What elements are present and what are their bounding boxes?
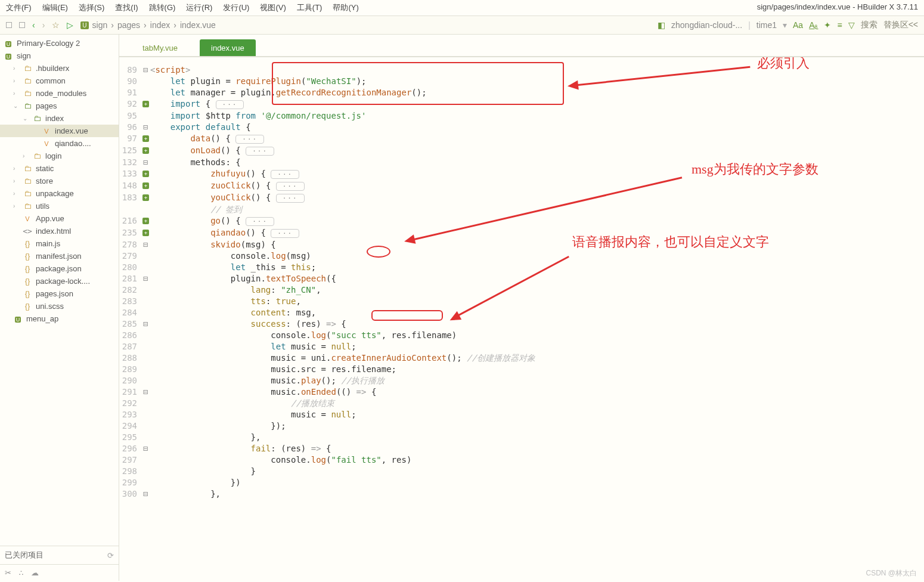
code-area[interactable]: 必须引入 msg为我传的文字参数 语音播报内容，也可以自定义文字 89⊟<scr… bbox=[119, 57, 924, 581]
cut-icon[interactable]: ✂ bbox=[5, 568, 11, 577]
code-line[interactable]: 295 }, bbox=[119, 432, 924, 443]
code-line[interactable]: 89⊟<script> bbox=[119, 64, 924, 76]
box2-icon[interactable] bbox=[19, 20, 25, 30]
tree-item[interactable]: ›🗀static bbox=[0, 162, 119, 175]
tree-item[interactable]: ›🗀unpackage bbox=[0, 187, 119, 200]
font-ab-icon[interactable]: Aᵦ bbox=[809, 20, 818, 30]
code-line[interactable]: 148+ zuoClick() { ··· bbox=[119, 180, 924, 192]
code-line[interactable]: 132⊟ methods: { bbox=[119, 157, 924, 168]
fold-collapse-icon[interactable]: ⊟ bbox=[141, 239, 150, 250]
menu-item[interactable]: 编辑(E) bbox=[42, 2, 68, 13]
menu-item[interactable]: 跳转(G) bbox=[149, 2, 176, 13]
code-line[interactable]: 296⊟ fail: (res) => { bbox=[119, 443, 924, 454]
code-line[interactable]: 297 console.log("fail tts", res) bbox=[119, 454, 924, 466]
code-line[interactable]: 291⊟ music.onEnded(() => { bbox=[119, 386, 924, 398]
tree-item[interactable]: {}package.json bbox=[0, 262, 119, 275]
fold-collapse-icon[interactable]: ⊟ bbox=[141, 443, 150, 454]
code-line[interactable]: 216+ go() { ··· bbox=[119, 215, 924, 227]
code-line[interactable]: 290 music.play(); //执行播放 bbox=[119, 375, 924, 386]
nav-back-icon[interactable]: ‹ bbox=[32, 20, 35, 30]
fold-collapse-icon[interactable]: ⊟ bbox=[141, 386, 150, 398]
code-line[interactable]: 96⊟ export default { bbox=[119, 122, 924, 133]
menu-item[interactable]: 运行(R) bbox=[186, 2, 212, 13]
tree-item[interactable]: Vqiandao.... bbox=[0, 137, 119, 150]
tree-item[interactable]: ›🗀utils bbox=[0, 200, 119, 212]
menu-item[interactable]: 工具(T) bbox=[297, 2, 323, 13]
project-root[interactable]: UPrimary-Ecology 2 bbox=[0, 37, 119, 49]
tree-item[interactable]: ⌄🗀pages bbox=[0, 100, 119, 112]
menu-item[interactable]: 查找(I) bbox=[115, 2, 138, 13]
tree-item[interactable]: {}uni.scss bbox=[0, 300, 119, 312]
filter-icon[interactable]: ▽ bbox=[848, 20, 855, 30]
menu-item[interactable]: 选择(S) bbox=[79, 2, 104, 13]
code-line[interactable]: 286 console.log("succ tts", res.filename… bbox=[119, 330, 924, 341]
code-line[interactable]: 133+ zhufuyu() { ··· bbox=[119, 168, 924, 180]
menu-item[interactable]: 文件(F) bbox=[6, 2, 32, 13]
code-line[interactable]: 288 music = uni.createInnerAudioContext(… bbox=[119, 352, 924, 364]
star-icon[interactable]: ☆ bbox=[52, 20, 60, 30]
code-line[interactable]: 92+ import { ··· bbox=[119, 98, 924, 110]
fold-expand-icon[interactable]: + bbox=[142, 230, 149, 236]
code-line[interactable]: 97+ data() { ··· bbox=[119, 133, 924, 145]
code-line[interactable]: 279 console.log(msg) bbox=[119, 250, 924, 262]
code-line[interactable]: 91 let manager = plugin.getRecordRecogni… bbox=[119, 87, 924, 98]
time-label[interactable]: time1 bbox=[756, 20, 777, 30]
tree-item[interactable]: {}package-lock.... bbox=[0, 275, 119, 287]
file-tree[interactable]: UPrimary-Ecology 2Usign›🗀.hbuilderx›🗀com… bbox=[0, 37, 119, 546]
code-line[interactable]: 289 music.src = res.filename; bbox=[119, 364, 924, 375]
fold-collapse-icon[interactable]: ⊟ bbox=[141, 488, 150, 500]
fold-expand-icon[interactable]: + bbox=[142, 101, 149, 107]
fold-collapse-icon[interactable]: ⊟ bbox=[141, 273, 150, 284]
list-icon[interactable]: ≡ bbox=[837, 20, 842, 30]
tree-item[interactable]: ›🗀node_modules bbox=[0, 87, 119, 100]
cloud-icon[interactable]: ◧ bbox=[658, 20, 665, 30]
code-line[interactable]: 95 import $http from '@/common/request.j… bbox=[119, 110, 924, 122]
code-line[interactable]: 299 }) bbox=[119, 477, 924, 488]
fold-expand-icon[interactable]: + bbox=[142, 147, 149, 154]
code-line[interactable]: 292 //播放结束 bbox=[119, 398, 924, 409]
code-line[interactable]: 287 let music = null; bbox=[119, 341, 924, 352]
code-line[interactable]: 281⊟ plugin.textToSpeech({ bbox=[119, 273, 924, 284]
run-config[interactable]: zhongdian-cloud-... bbox=[671, 20, 742, 30]
tree-item[interactable]: ›🗀login bbox=[0, 150, 119, 162]
font-aa-icon[interactable]: Aa bbox=[793, 20, 803, 30]
fold-expand-icon[interactable]: + bbox=[142, 171, 149, 177]
tree-item[interactable]: ⌄🗀index bbox=[0, 112, 119, 125]
code-line[interactable]: 284 content: msg, bbox=[119, 307, 924, 318]
fold-collapse-icon[interactable]: ⊟ bbox=[141, 122, 150, 133]
code-line[interactable]: 298 } bbox=[119, 466, 924, 477]
tree-item[interactable]: <>index.html bbox=[0, 225, 119, 237]
code-line[interactable]: 280 let _this = this; bbox=[119, 262, 924, 273]
users-icon[interactable]: ⛬ bbox=[17, 568, 25, 577]
menu-item[interactable]: 视图(V) bbox=[260, 2, 286, 13]
search-label[interactable]: 搜索 bbox=[861, 20, 878, 30]
editor-tab[interactable]: index.vue bbox=[200, 39, 256, 56]
tree-item[interactable]: {}pages.json bbox=[0, 287, 119, 300]
fold-collapse-icon[interactable]: ⊟ bbox=[141, 157, 150, 168]
code-line[interactable]: 282 lang: "zh_CN", bbox=[119, 284, 924, 296]
breadcrumb[interactable]: U sign › pages › index › index.vue bbox=[80, 20, 216, 30]
nav-fwd-icon[interactable]: › bbox=[42, 20, 45, 30]
tree-item[interactable]: ›🗀.hbuilderx bbox=[0, 62, 119, 75]
closed-projects[interactable]: 已关闭项目⟳ bbox=[0, 546, 119, 564]
code-line[interactable]: 294 }); bbox=[119, 420, 924, 432]
code-line[interactable]: 300⊟ }, bbox=[119, 488, 924, 500]
fold-expand-icon[interactable]: + bbox=[142, 194, 149, 201]
fold-expand-icon[interactable]: + bbox=[142, 182, 149, 189]
code-line[interactable]: // 签到 bbox=[119, 204, 924, 215]
magic-icon[interactable]: ✦ bbox=[824, 20, 831, 30]
editor-tab[interactable]: tabMy.vue bbox=[131, 39, 189, 56]
fold-collapse-icon[interactable]: ⊟ bbox=[141, 318, 150, 330]
tree-item[interactable]: Umenu_ap bbox=[0, 312, 119, 325]
code-line[interactable]: 283 tts: true, bbox=[119, 296, 924, 307]
code-line[interactable]: 278⊟ skvido(msg) { bbox=[119, 239, 924, 250]
project-root[interactable]: Usign bbox=[0, 49, 119, 62]
tree-item[interactable]: VApp.vue bbox=[0, 212, 119, 225]
fold-expand-icon[interactable]: + bbox=[142, 218, 149, 224]
cloud2-icon[interactable]: ☁ bbox=[31, 568, 39, 577]
box-icon[interactable] bbox=[6, 20, 12, 30]
tree-item[interactable]: {}manifest.json bbox=[0, 250, 119, 262]
replace-label[interactable]: 替换区<< bbox=[883, 20, 918, 30]
code-line[interactable]: 125+ onLoad() { ··· bbox=[119, 145, 924, 157]
tree-item[interactable]: Vindex.vue bbox=[0, 125, 119, 137]
